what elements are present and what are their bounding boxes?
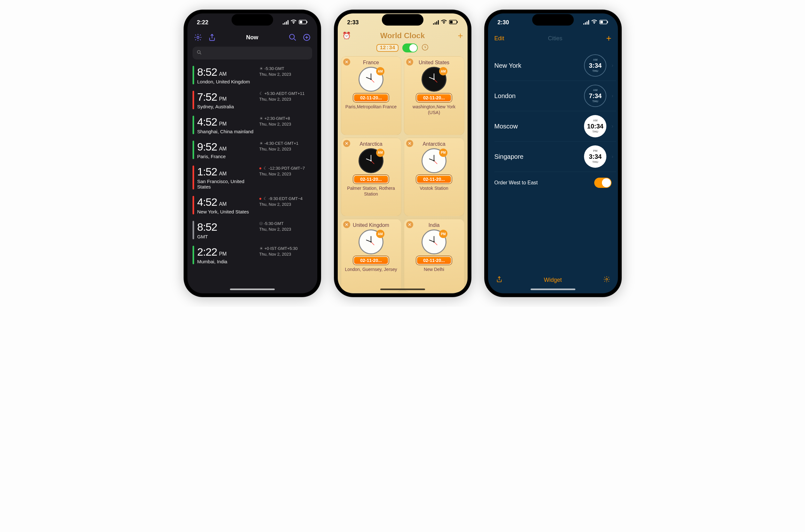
city-label: Singapore [494, 153, 524, 160]
clock-card[interactable]: ✕ France AM 02-11-20... Paris,Metropolit… [341, 56, 401, 135]
chevron-right-icon: › [609, 93, 616, 99]
date-badge: 02-11-20... [353, 256, 389, 265]
svg-point-26 [433, 160, 435, 162]
clock-card[interactable]: ✕ United States AM 02-11-20... washingto… [404, 56, 464, 135]
sublocation-label: washington,New York (USA) [407, 104, 461, 115]
city-row[interactable]: New York AM 3:34 THU › [494, 51, 616, 81]
footer-label[interactable]: Widget [544, 277, 562, 283]
city-row[interactable]: 4:52 PM Shanghai, China mainland ☀+2:30·… [191, 113, 313, 138]
svg-line-16 [429, 77, 434, 79]
date-badge: 02-11-20... [353, 175, 389, 184]
city-row[interactable]: London AM 7:34 THU › [494, 81, 616, 111]
close-icon[interactable]: ✕ [343, 221, 350, 228]
time-dial: AM 7:34 THU [584, 85, 606, 107]
gear-icon[interactable] [194, 33, 202, 41]
home-indicator[interactable] [230, 288, 275, 290]
date-label: Thu, Nov 2, 2023 [259, 202, 312, 207]
date-label: Thu, Nov 2, 2023 [259, 96, 312, 102]
svg-rect-2 [307, 21, 307, 23]
analog-clock-icon: PM [422, 148, 446, 173]
time-value: 8:52 [197, 66, 217, 78]
svg-point-30 [370, 241, 372, 243]
page-title: Now [246, 34, 258, 41]
share-icon[interactable] [208, 33, 216, 41]
city-row[interactable]: 2:22 PM Mumbai, India ☀+0·IST·GMT+5:30 T… [191, 243, 313, 268]
clock-card[interactable]: ✕ United Kingdom AM 02-11-20... London, … [341, 219, 401, 292]
search-person-icon[interactable] [289, 33, 297, 41]
status-time: 2:33 [347, 19, 359, 26]
share-icon[interactable] [496, 276, 503, 284]
status-time: 2:30 [498, 19, 509, 26]
city-row[interactable]: 9:52 AM Paris, France ☀-4:30·CET·GMT+1 T… [191, 138, 313, 163]
ampm-value: PM [219, 121, 227, 127]
location-label: GMT [197, 234, 256, 239]
add-icon[interactable]: + [606, 33, 611, 43]
wifi-icon [290, 19, 297, 26]
page-title: Cities [548, 35, 562, 42]
add-icon[interactable] [303, 33, 311, 41]
date-badge: 02-11-20... [416, 256, 452, 265]
svg-point-3 [197, 36, 199, 39]
country-label: Antarctica [344, 141, 399, 147]
close-icon[interactable]: ✕ [343, 58, 350, 65]
city-row[interactable]: 1:52 AM San Francisco, United States ☾-1… [191, 163, 313, 193]
status-stripe [193, 196, 194, 214]
ampm-value: AM [219, 71, 227, 77]
country-label: France [344, 60, 399, 65]
date-badge: 02-11-20... [416, 94, 452, 102]
sublocation-label: London, Guernsey, Jersey [344, 266, 399, 272]
location-label: Mumbai, India [197, 259, 256, 264]
city-row[interactable]: Singapore PM 3:34 THU › [494, 141, 616, 172]
close-icon[interactable]: ✕ [406, 140, 413, 147]
svg-point-4 [290, 34, 294, 39]
analog-mode-icon[interactable] [422, 44, 428, 52]
offset-label: ☾+5:30·AEDT·GMT+11 [259, 91, 312, 96]
date-badge: 02-11-20... [353, 94, 389, 102]
order-toggle[interactable] [594, 178, 611, 188]
city-row[interactable]: 8:52 AM London, United Kingdom ☀-5:30·GM… [191, 63, 313, 88]
home-indicator[interactable] [380, 288, 425, 290]
search-input[interactable] [193, 46, 312, 59]
chevron-right-icon: › [609, 124, 616, 129]
offset-label: ☀-5:30·GMT [259, 66, 312, 72]
ampm-value: PM [219, 251, 227, 257]
svg-line-28 [367, 240, 371, 242]
location-label: Sydney, Australia [197, 104, 256, 109]
edit-button[interactable]: Edit [494, 35, 505, 42]
city-row[interactable]: Moscow AM 10:34 THU › [494, 111, 616, 141]
time-dial: AM 3:34 THU [584, 54, 606, 77]
time-value: 9:52 [197, 140, 217, 153]
alarm-icon[interactable]: ⏰ [342, 32, 351, 40]
clock-card[interactable]: ✕ India PM 02-11-20... New Delhi [404, 219, 464, 292]
city-row[interactable]: 4:52 AM New York, United States ☾-9:30·E… [191, 193, 313, 218]
page-title: World Clock [380, 31, 425, 40]
city-row[interactable]: 8:52 GMT ⦾-5:30·GMT Thu, Nov 2, 2023 [191, 218, 313, 243]
country-label: India [407, 222, 461, 228]
date-label: Thu, Nov 2, 2023 [259, 72, 312, 77]
mode-toggle[interactable] [402, 43, 418, 52]
ampm-value: AM [219, 146, 227, 152]
order-toggle-row: Order West to East [494, 174, 616, 192]
chevron-right-icon: › [609, 63, 616, 69]
clock-card[interactable]: ✕ Antarctica AM 02-11-20... Palmer Stati… [341, 138, 401, 217]
chevron-right-icon: › [609, 154, 616, 159]
status-stripe [193, 166, 194, 189]
svg-point-22 [370, 160, 372, 162]
analog-clock-icon: AM [359, 148, 383, 173]
city-row[interactable]: 7:52 PM Sydney, Australia ☾+5:30·AEDT·GM… [191, 88, 313, 113]
analog-clock-icon: PM [422, 229, 446, 254]
date-label: Thu, Nov 2, 2023 [259, 227, 312, 232]
close-icon[interactable]: ✕ [406, 221, 413, 228]
close-icon[interactable]: ✕ [343, 140, 350, 147]
svg-line-24 [429, 159, 434, 161]
country-label: Antarctica [407, 141, 461, 147]
clock-card[interactable]: ✕ Antarctica PM 02-11-20... Vostok Stati… [404, 138, 464, 217]
status-stripe [193, 116, 194, 134]
status-stripe [193, 140, 194, 159]
digital-mode-badge[interactable]: 12:34 [377, 44, 398, 52]
close-icon[interactable]: ✕ [406, 58, 413, 65]
date-label: Thu, Nov 2, 2023 [259, 171, 312, 177]
gear-icon[interactable] [603, 276, 610, 284]
home-indicator[interactable] [531, 288, 575, 290]
add-icon[interactable]: + [458, 31, 463, 41]
